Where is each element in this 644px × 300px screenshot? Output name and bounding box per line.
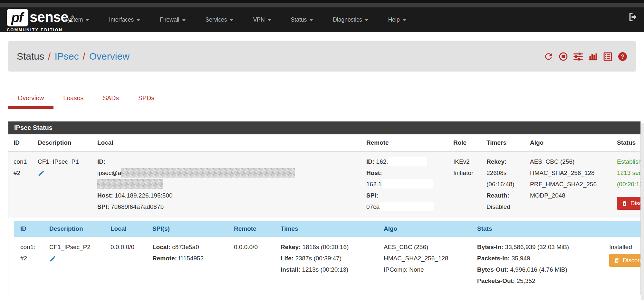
redaction-whitebox [380, 202, 434, 211]
cell-timers: Rekey: 22608s (06:16:48) Reauth: Disable… [481, 151, 525, 218]
redaction-mosaic [97, 179, 163, 189]
child-col-header-id: ID [14, 221, 43, 237]
refresh-icon[interactable] [543, 52, 553, 62]
menu-item-diagnostics[interactable]: Diagnostics [323, 13, 378, 26]
logo-pf-box: pf [7, 9, 28, 26]
trash-icon [614, 257, 620, 264]
breadcrumb-section: Status [17, 51, 44, 62]
cell-id: con1: #2 [14, 237, 43, 295]
main-table-header-row: ID Description Local Remote Role Timers … [8, 134, 640, 151]
cell-algo: AES_CBC (256) HMAC_SHA2_256_128 IPComp: … [377, 237, 471, 295]
child-col-header-remote: Remote [227, 221, 274, 237]
chevron-down-icon [310, 19, 313, 21]
chevron-down-icon [230, 19, 233, 21]
child-sa-table: ID Description Local SPI(s) Remote Times… [14, 221, 640, 295]
col-header-status: Status [612, 134, 640, 151]
tab-overview[interactable]: Overview [8, 90, 53, 109]
navbar-top-line [0, 0, 644, 3]
cell-algo: AES_CBC (256) HMAC_SHA2_256_128 PRF_HMAC… [525, 151, 612, 218]
child-col-header-spis: SPI(s) [146, 221, 227, 237]
menu-item-status[interactable]: Status [281, 13, 323, 26]
disconnect-button[interactable]: Disconnect [617, 197, 640, 210]
help-icon[interactable]: ? [618, 52, 628, 62]
cell-local: ID: ipsec@a Host: 104.189.226.195:500 SP… [92, 151, 361, 218]
trash-icon [621, 200, 628, 207]
sign-out-icon[interactable] [628, 12, 639, 23]
breadcrumb-separator: / [48, 51, 51, 62]
cell-description: CF1_IPsec_P1 [33, 151, 92, 218]
cell-local: 0.0.0.0/0 [104, 237, 146, 295]
sliders-icon[interactable] [573, 52, 583, 62]
tab-spds[interactable]: SPDs [129, 90, 164, 109]
bar-chart-icon[interactable] [588, 52, 598, 62]
svg-text:?: ? [621, 53, 624, 60]
tab-sads[interactable]: SADs [93, 90, 129, 109]
table-row: con1 #2 CF1_IPsec_P1 ID: ipsec@a Host: 1… [8, 151, 640, 218]
menu-item-vpn[interactable]: VPN [243, 13, 281, 26]
chevron-down-icon [403, 19, 406, 21]
edit-pencil-icon[interactable] [49, 255, 56, 262]
breadcrumb-link-overview[interactable]: Overview [89, 51, 130, 62]
menu-item-services[interactable]: Services [196, 13, 243, 26]
child-table-header-row: ID Description Local SPI(s) Remote Times… [14, 221, 640, 237]
col-header-role: Role [448, 134, 481, 151]
breadcrumb: Status / IPsec / Overview [17, 51, 130, 62]
status-established-text: Established 1213 seconds (00:20:13) [617, 156, 640, 190]
cell-status: Installed Disconnect [603, 237, 640, 295]
menu-item-help[interactable]: Help [378, 13, 416, 26]
scrollbar-gutter[interactable] [641, 123, 644, 300]
child-col-header-algo: Algo [377, 221, 471, 237]
chevron-down-icon [182, 19, 186, 21]
child-col-header-times: Times [274, 221, 377, 237]
col-header-timers: Timers [481, 134, 525, 151]
col-header-id: ID [8, 134, 33, 151]
col-header-remote: Remote [361, 134, 448, 151]
menu-item-firewall[interactable]: Firewall [150, 13, 195, 26]
disconnect-button[interactable]: Disconnect [609, 254, 640, 267]
redaction-whitebox [382, 179, 433, 189]
col-header-local: Local [92, 134, 361, 151]
cell-status: Established 1213 seconds (00:20:13) Disc… [612, 151, 640, 218]
chevron-down-icon [86, 19, 89, 21]
col-header-description: Description [33, 134, 92, 151]
cell-spis: Local: c873e5a0 Remote: f1154952 [146, 237, 227, 295]
cell-description: CF1_IPsec_P2 [43, 237, 104, 295]
cell-role: IKEv2 Initiator [448, 151, 481, 218]
cell-id: con1 #2 [8, 151, 33, 218]
chevron-down-icon [268, 19, 271, 21]
col-header-algo: Algo [525, 134, 612, 151]
main-menu: System Interfaces Firewall Services VPN … [54, 7, 416, 32]
child-entries-block: ID Description Local SPI(s) Remote Times… [8, 218, 640, 295]
child-col-header-description: Description [43, 221, 104, 237]
top-navbar: pf sense® COMMUNITY EDITION System Inter… [0, 0, 644, 32]
table-row: con1: #2 CF1_IPsec_P2 0.0.0.0/0 Local: c… [14, 237, 640, 295]
menu-item-system[interactable]: System [54, 13, 99, 26]
status-tabs: Overview Leases SADs SPDs [8, 90, 644, 109]
breadcrumb-separator: / [82, 51, 85, 62]
cell-remote: 0.0.0.0/0 [227, 237, 274, 295]
log-list-icon[interactable] [603, 52, 613, 62]
redaction-mosaic [121, 168, 295, 178]
cell-stats: Bytes-In: 33,586,939 (32.03 MiB) Packets… [471, 237, 603, 295]
breadcrumb-link-ipsec[interactable]: IPsec [54, 51, 79, 62]
chevron-down-icon [365, 19, 368, 21]
ipsec-status-panel: IPsec Status ID Description Local Remote… [8, 121, 641, 295]
redaction-whitebox [388, 157, 427, 166]
cell-remote: ID: 162. Host: 162.1 SPI: 07ca [361, 151, 448, 218]
breadcrumb-bar: Status / IPsec / Overview ? [8, 41, 636, 72]
stop-circle-icon[interactable] [558, 52, 568, 62]
menu-item-interfaces[interactable]: Interfaces [99, 13, 150, 26]
status-installed-text: Installed [609, 241, 640, 253]
tab-leases[interactable]: Leases [53, 90, 93, 109]
chevron-down-icon [137, 19, 140, 21]
panel-title: IPsec Status [8, 121, 640, 134]
cell-times: Rekey: 1816s (00:30:16) Life: 2387s (00:… [274, 237, 377, 295]
child-col-header-local: Local [104, 221, 146, 237]
edit-pencil-icon[interactable] [38, 169, 45, 176]
navbar-top-band [0, 3, 644, 7]
page-toolbar-icons: ? [543, 52, 628, 62]
child-col-header-stats: Stats [471, 221, 603, 237]
child-col-header-actions [603, 221, 640, 237]
ipsec-status-table: ID Description Local Remote Role Timers … [8, 134, 640, 218]
